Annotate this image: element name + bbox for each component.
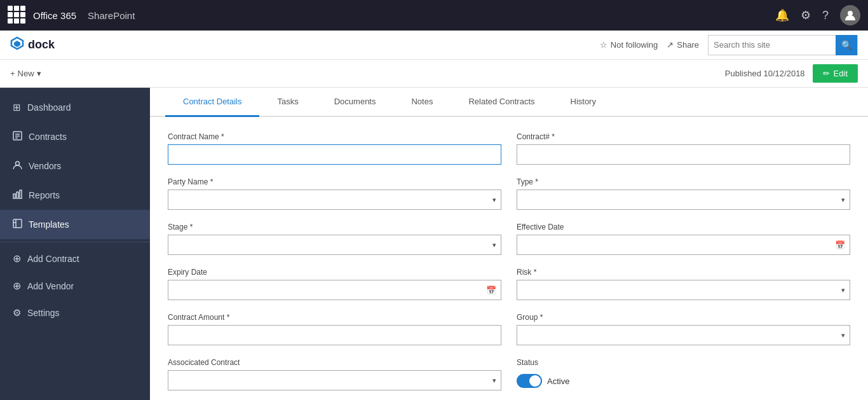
form-row-5: Contract Amount * Group * ▾: [168, 313, 850, 345]
type-select[interactable]: [517, 190, 850, 210]
contract-name-label: Contract Name *: [168, 132, 501, 141]
party-name-group: Party Name * ▾: [168, 177, 501, 210]
dock-logo-text: dock: [28, 38, 55, 52]
party-name-select[interactable]: [168, 190, 501, 210]
published-text: Published 10/12/2018: [725, 69, 805, 78]
type-select-wrapper: ▾: [517, 190, 850, 210]
tab-contract-details[interactable]: Contract Details: [165, 88, 259, 117]
user-avatar[interactable]: [840, 5, 860, 25]
share-button[interactable]: ↗ Share: [667, 40, 699, 50]
reports-icon: [13, 190, 22, 201]
status-group: Status Active: [517, 358, 850, 390]
expiry-date-group: Expiry Date 📅: [168, 268, 501, 300]
risk-group: Risk * ▾: [517, 268, 850, 300]
tab-notes[interactable]: Notes: [393, 88, 451, 117]
form-row-6: Associcated Contract ▾ Status Active: [168, 358, 850, 390]
contracts-icon: [13, 131, 22, 142]
sidebar: ⊞ Dashboard Contracts Vendors Reports: [0, 88, 150, 400]
tab-tasks[interactable]: Tasks: [259, 88, 316, 117]
group-select-wrapper: ▾: [517, 325, 850, 345]
second-bar-actions: ☆ Not following ↗ Share 🔍: [600, 35, 858, 55]
sidebar-item-settings[interactable]: ⚙ Settings: [0, 300, 150, 326]
associated-contract-select-wrapper: ▾: [168, 370, 501, 390]
not-following-button[interactable]: ☆ Not following: [600, 40, 658, 50]
sidebar-item-templates[interactable]: Templates: [0, 210, 150, 239]
contract-amount-label: Contract Amount *: [168, 313, 501, 322]
sidebar-item-label: Contracts: [29, 132, 67, 142]
pencil-icon: ✏: [823, 69, 830, 78]
risk-select[interactable]: [517, 280, 850, 300]
settings-label: Settings: [27, 308, 60, 318]
expiry-date-input[interactable]: [168, 280, 501, 300]
search-input[interactable]: [709, 36, 836, 55]
associated-contract-label: Associcated Contract: [168, 358, 501, 367]
add-vendor-label: Add Vendor: [27, 281, 74, 291]
form-row-4: Expiry Date 📅 Risk * ▾: [168, 268, 850, 300]
search-icon: 🔍: [841, 40, 852, 50]
effective-date-wrapper: 📅: [517, 235, 850, 255]
expiry-date-label: Expiry Date: [168, 268, 501, 277]
app-grid-icon[interactable]: [8, 6, 27, 25]
dock-logo: dock: [10, 36, 55, 54]
sidebar-item-label: Vendors: [29, 161, 61, 171]
settings-icon: ⚙: [13, 307, 21, 319]
add-contract-icon: ⊕: [13, 252, 21, 265]
content-area: Contract Details Tasks Documents Notes R…: [150, 88, 868, 400]
effective-date-input[interactable]: [517, 235, 850, 255]
contract-name-input[interactable]: [168, 144, 501, 165]
form-row-3: Stage * ▾ Effective Date 📅: [168, 223, 850, 255]
svg-rect-8: [13, 194, 15, 198]
tab-history[interactable]: History: [553, 88, 614, 117]
gear-icon[interactable]: ⚙: [801, 8, 811, 22]
templates-icon: [13, 219, 22, 230]
sidebar-item-label: Templates: [29, 219, 69, 230]
vendors-icon: [13, 160, 22, 172]
risk-label: Risk *: [517, 268, 850, 277]
share-icon: ↗: [667, 40, 674, 50]
contract-number-label: Contract# *: [517, 132, 850, 141]
sidebar-item-contracts[interactable]: Contracts: [0, 122, 150, 151]
tab-documents[interactable]: Documents: [316, 88, 394, 117]
sidebar-item-add-vendor[interactable]: ⊕ Add Vendor: [0, 272, 150, 300]
risk-select-wrapper: ▾: [517, 280, 850, 300]
sidebar-item-dashboard[interactable]: ⊞ Dashboard: [0, 93, 150, 122]
svg-rect-9: [17, 192, 18, 198]
sharepoint-label: SharePoint: [88, 10, 135, 21]
main-layout: ⊞ Dashboard Contracts Vendors Reports: [0, 88, 868, 400]
svg-rect-10: [20, 190, 22, 198]
contract-number-group: Contract# *: [517, 132, 850, 165]
type-label: Type *: [517, 177, 850, 186]
contract-number-input[interactable]: [517, 144, 850, 165]
edit-button[interactable]: ✏ Edit: [813, 64, 858, 83]
sidebar-item-vendors[interactable]: Vendors: [0, 151, 150, 181]
sidebar-item-add-contract[interactable]: ⊕ Add Contract: [0, 245, 150, 272]
plus-icon: +: [10, 69, 15, 78]
top-bar: Office 365 SharePoint 🔔 ⚙ ?: [0, 0, 868, 31]
help-icon[interactable]: ?: [822, 9, 829, 22]
associated-contract-group: Associcated Contract ▾: [168, 358, 501, 390]
stage-select-wrapper: ▾: [168, 235, 501, 255]
stage-label: Stage *: [168, 223, 501, 231]
new-button[interactable]: + New ▾: [10, 69, 41, 78]
bell-icon[interactable]: 🔔: [775, 8, 789, 22]
form-area: Contract Name * Contract# * Party Name *…: [150, 117, 868, 400]
group-label: Group *: [517, 313, 850, 322]
contract-amount-input[interactable]: [168, 325, 501, 345]
tabs-bar: Contract Details Tasks Documents Notes R…: [150, 88, 868, 117]
second-bar: dock ☆ Not following ↗ Share 🔍: [0, 31, 868, 60]
associated-contract-select[interactable]: [168, 370, 501, 390]
svg-point-0: [848, 11, 853, 16]
sidebar-item-label: Dashboard: [27, 102, 71, 113]
stage-select[interactable]: [168, 235, 501, 255]
chevron-down-icon: ▾: [37, 69, 41, 78]
effective-date-label: Effective Date: [517, 223, 850, 231]
search-button[interactable]: 🔍: [836, 35, 857, 55]
dashboard-icon: ⊞: [13, 102, 21, 113]
group-select[interactable]: [517, 325, 850, 345]
third-bar: + New ▾ Published 10/12/2018 ✏ Edit: [0, 60, 868, 88]
form-row-1: Contract Name * Contract# *: [168, 132, 850, 165]
status-toggle[interactable]: [517, 374, 542, 388]
sidebar-item-reports[interactable]: Reports: [0, 181, 150, 210]
tab-related-contracts[interactable]: Related Contracts: [451, 88, 552, 117]
svg-point-7: [16, 162, 20, 165]
